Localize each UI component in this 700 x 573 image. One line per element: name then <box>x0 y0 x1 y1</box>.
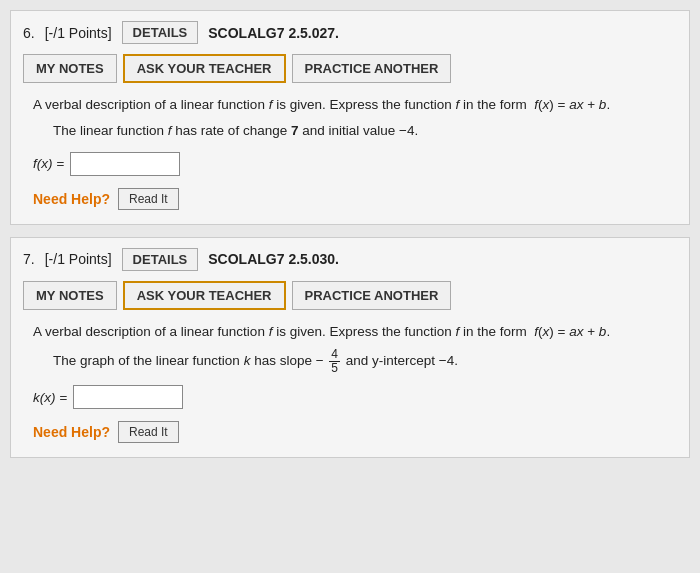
question-6-need-help-label: Need Help? <box>33 191 110 207</box>
question-6-function-row: f(x) = <box>33 152 677 176</box>
question-6-action-bar: MY NOTES ASK YOUR TEACHER PRACTICE ANOTH… <box>23 54 677 83</box>
question-6-practice-button[interactable]: PRACTICE ANOTHER <box>292 54 452 83</box>
question-6-detail: The linear function f has rate of change… <box>33 121 677 141</box>
question-6-block: 6. [-/1 Points] DETAILS SCOLALG7 2.5.027… <box>10 10 690 225</box>
fraction-numerator: 4 <box>329 348 340 362</box>
question-7-description: A verbal description of a linear functio… <box>33 322 677 342</box>
question-7-action-bar: MY NOTES ASK YOUR TEACHER PRACTICE ANOTH… <box>23 281 677 310</box>
question-7-number: 7. <box>23 251 35 267</box>
question-6-number: 6. <box>23 25 35 41</box>
question-7-read-it-button[interactable]: Read It <box>118 421 179 443</box>
question-7-practice-button[interactable]: PRACTICE ANOTHER <box>292 281 452 310</box>
question-6-details-button[interactable]: DETAILS <box>122 21 199 44</box>
question-7-my-notes-button[interactable]: MY NOTES <box>23 281 117 310</box>
question-7-function-label: k(x) = <box>33 390 67 405</box>
question-7-answer-input[interactable] <box>73 385 183 409</box>
question-6-answer-input[interactable] <box>70 152 180 176</box>
question-6-points: [-/1 Points] <box>45 25 112 41</box>
question-6-need-help-row: Need Help? Read It <box>33 188 677 210</box>
question-7-need-help-row: Need Help? Read It <box>33 421 677 443</box>
question-7-need-help-label: Need Help? <box>33 424 110 440</box>
question-7-detail: The graph of the linear function k has s… <box>33 348 677 375</box>
question-6-function-label: f(x) = <box>33 156 64 171</box>
question-6-code: SCOLALG7 2.5.027. <box>208 25 339 41</box>
question-6-description: A verbal description of a linear functio… <box>33 95 677 115</box>
question-7-block: 7. [-/1 Points] DETAILS SCOLALG7 2.5.030… <box>10 237 690 459</box>
question-7-body: A verbal description of a linear functio… <box>23 322 677 444</box>
question-7-header: 7. [-/1 Points] DETAILS SCOLALG7 2.5.030… <box>23 248 677 271</box>
page-wrapper: 6. [-/1 Points] DETAILS SCOLALG7 2.5.027… <box>0 0 700 468</box>
question-7-function-row: k(x) = <box>33 385 677 409</box>
question-6-header: 6. [-/1 Points] DETAILS SCOLALG7 2.5.027… <box>23 21 677 44</box>
question-7-code: SCOLALG7 2.5.030. <box>208 251 339 267</box>
fraction-4-5: 4 5 <box>329 348 340 375</box>
question-7-ask-teacher-button[interactable]: ASK YOUR TEACHER <box>123 281 286 310</box>
question-6-read-it-button[interactable]: Read It <box>118 188 179 210</box>
fraction-denominator: 5 <box>329 362 340 375</box>
question-7-points: [-/1 Points] <box>45 251 112 267</box>
question-6-my-notes-button[interactable]: MY NOTES <box>23 54 117 83</box>
question-7-details-button[interactable]: DETAILS <box>122 248 199 271</box>
question-6-ask-teacher-button[interactable]: ASK YOUR TEACHER <box>123 54 286 83</box>
question-6-body: A verbal description of a linear functio… <box>23 95 677 210</box>
